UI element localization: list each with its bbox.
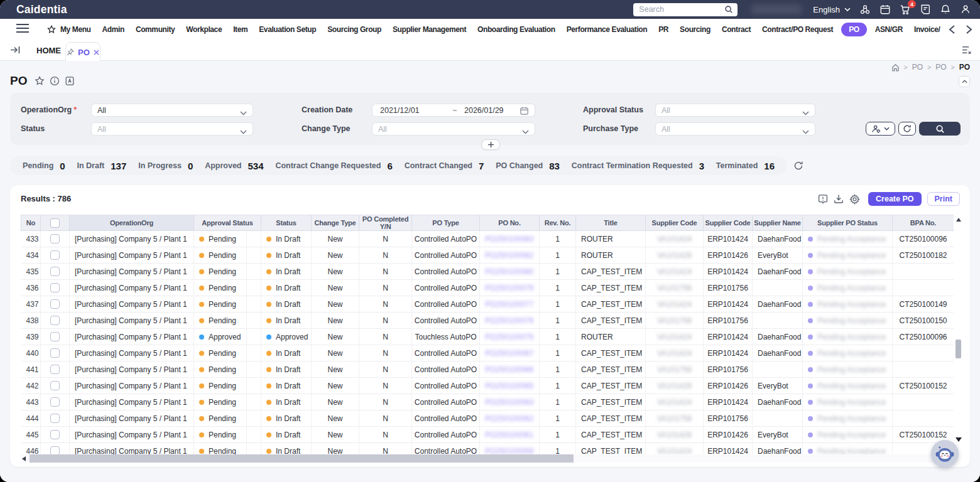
print-button[interactable]: Print [927, 192, 960, 206]
search-icon[interactable] [724, 5, 733, 14]
language-selector[interactable]: English [813, 5, 851, 14]
info-icon[interactable] [50, 76, 60, 86]
col-header-select[interactable] [41, 215, 70, 231]
summary-refresh-icon[interactable] [793, 161, 803, 173]
po-no-link-blurred[interactable]: PO250100066 [485, 365, 533, 374]
user-icon[interactable] [960, 4, 971, 15]
po-no-link-blurred[interactable]: PO250100065 [485, 382, 533, 390]
collapse-tabs-icon[interactable] [10, 45, 20, 57]
tab-close-icon[interactable] [94, 50, 99, 55]
search-submit-button[interactable] [919, 122, 961, 136]
col-header-status[interactable]: Status [261, 215, 312, 231]
status-chip-contract-change-requested[interactable]: Contract Change Requested6 [275, 161, 392, 171]
change-type-select[interactable]: All [372, 122, 535, 136]
breadcrumb-item[interactable]: PO [912, 63, 923, 72]
row-checkbox[interactable] [50, 430, 60, 439]
status-chip-terminated[interactable]: Terminated16 [716, 161, 775, 171]
nav-item-community[interactable]: Community [136, 25, 175, 34]
col-header-no[interactable]: No [21, 215, 41, 231]
po-no-link-blurred[interactable]: PO250100077 [485, 300, 533, 309]
po-no-link-blurred[interactable]: PO250100082 [485, 251, 533, 260]
breadcrumb-item[interactable]: PO [935, 63, 946, 72]
bell-icon[interactable] [940, 4, 951, 15]
gear-icon[interactable] [849, 194, 860, 205]
row-checkbox[interactable] [50, 365, 60, 374]
row-checkbox[interactable] [50, 446, 60, 454]
col-header-po-type[interactable]: PO Type [412, 215, 480, 231]
status-chip-po-changed[interactable]: PO Changed83 [496, 161, 560, 171]
status-chip-approved[interactable]: Approved534 [205, 161, 263, 171]
global-search[interactable] [633, 3, 738, 16]
col-header-bpa-no[interactable]: BPA No. [893, 215, 954, 231]
nav-item-po[interactable]: PO [841, 23, 867, 36]
col-header-operationorg[interactable]: OperationOrg [70, 215, 194, 231]
row-checkbox[interactable] [50, 414, 60, 423]
pin-icon[interactable] [67, 48, 74, 56]
nav-item-invoice[interactable]: Invoice/ [914, 25, 942, 34]
tooltip-icon[interactable] [818, 194, 828, 204]
my-condition-button[interactable] [866, 122, 895, 136]
report-icon[interactable] [920, 4, 931, 15]
col-header-supplier-code-2[interactable]: Supplier Code [704, 215, 753, 231]
col-header-supplier-code-1[interactable]: Supplier Code [646, 215, 704, 231]
col-header-po-completed[interactable]: PO CompletedY/N [359, 215, 412, 231]
nav-item-sourcing-group[interactable]: Sourcing Group [327, 25, 381, 34]
select-all-checkbox[interactable] [50, 218, 60, 228]
status-chip-in-draft[interactable]: In Draft137 [77, 161, 127, 171]
home-icon[interactable] [891, 63, 900, 72]
row-checkbox[interactable] [50, 316, 60, 325]
row-checkbox[interactable] [50, 234, 60, 244]
nav-item-asn-gr[interactable]: ASN/GR [875, 25, 903, 34]
scroll-left-arrow[interactable] [22, 456, 26, 461]
po-no-link-blurred[interactable]: PO250100083 [485, 235, 533, 244]
download-icon[interactable] [834, 194, 844, 204]
nav-item-supplier-management[interactable]: Supplier Management [393, 25, 466, 34]
row-checkbox[interactable] [50, 267, 60, 276]
po-no-link-blurred[interactable]: PO250100076 [485, 316, 533, 325]
nav-item-performance-evaluation[interactable]: Performance Evaluation [567, 25, 648, 34]
row-checkbox[interactable] [50, 381, 60, 390]
close-all-tabs-icon[interactable] [962, 45, 971, 56]
col-header-change-type[interactable]: Change Type [312, 215, 359, 231]
tab-po[interactable]: PO [65, 42, 101, 62]
row-checkbox[interactable] [50, 332, 60, 341]
operationorg-select[interactable]: All [91, 104, 253, 117]
status-chip-pending[interactable]: Pending0 [23, 161, 65, 171]
nav-item-contract-po-request[interactable]: Contract/PO Request [762, 25, 833, 34]
org-icon[interactable] [859, 4, 871, 15]
col-header-supplier-po-status[interactable]: Supplier PO Status [803, 215, 893, 231]
approval-status-select[interactable]: All [655, 104, 815, 117]
nav-item-contract[interactable]: Contract [722, 25, 751, 34]
po-no-link-blurred[interactable]: PO250100063 [485, 398, 533, 407]
row-checkbox[interactable] [50, 299, 60, 309]
nav-item-pr[interactable]: PR [658, 25, 668, 34]
status-chip-contract-changed[interactable]: Contract Changed7 [405, 161, 484, 171]
po-no-link-blurred[interactable]: PO250100080 [485, 267, 533, 276]
col-header-approval-status[interactable]: Approval Status [194, 215, 261, 231]
row-checkbox[interactable] [50, 250, 60, 260]
nav-item-item[interactable]: Item [233, 25, 248, 34]
col-header-po-no[interactable]: PO No. [480, 215, 540, 231]
expand-filters-button[interactable] [481, 139, 500, 150]
vertical-scroll-thumb[interactable] [956, 340, 961, 358]
col-header-title[interactable]: Title [576, 215, 646, 231]
po-no-link-blurred[interactable]: PO250100061 [485, 431, 533, 439]
date-from-input[interactable]: 2021/12/01 [380, 106, 448, 115]
po-no-link-blurred[interactable]: PO250100075 [485, 333, 533, 341]
calendar-icon[interactable] [520, 106, 529, 117]
col-header-supplier-name[interactable]: Supplier Name [753, 215, 803, 231]
nav-item-my-menu[interactable]: My Menu [47, 25, 91, 34]
manual-icon[interactable] [65, 76, 75, 86]
row-checkbox[interactable] [50, 397, 60, 407]
po-no-link-blurred[interactable]: PO250100059 [485, 447, 533, 455]
chatbot-button[interactable] [931, 440, 959, 468]
po-no-link-blurred[interactable]: PO250100067 [485, 349, 533, 358]
nav-scroll-left-icon[interactable] [949, 25, 956, 34]
col-header-rev-no[interactable]: Rev. No. [540, 215, 576, 231]
po-no-link-blurred[interactable]: PO250100062 [485, 414, 533, 423]
nav-scroll-right-icon[interactable] [966, 25, 972, 34]
reset-filters-button[interactable] [898, 122, 916, 136]
tab-home[interactable]: HOME [28, 40, 70, 61]
status-chip-in-progress[interactable]: In Progress0 [138, 161, 193, 171]
row-checkbox[interactable] [50, 283, 60, 292]
